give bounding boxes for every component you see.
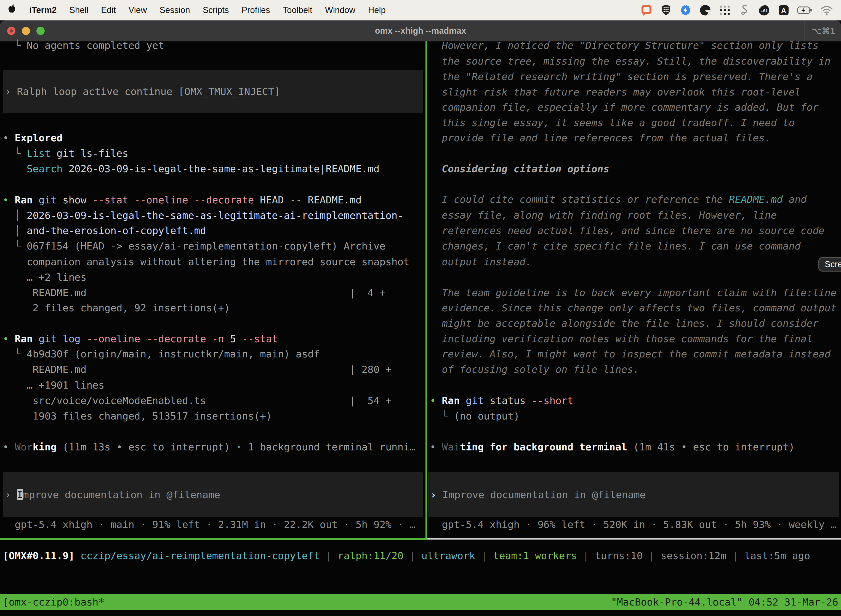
pane-divider-vertical[interactable] [425,41,427,538]
terminal-row-right: However, I noticed the "Directory Struct… [430,38,819,53]
terminal-row-left: README.md | 280 + [3,362,391,377]
terminal-row-right: output instead. [430,254,532,270]
menu-item-edit[interactable]: Edit [101,5,116,15]
gauge-61-icon[interactable]: ..61 [758,4,770,16]
tmux-session-label: [omx-cczip0:bash* [3,594,104,610]
terminal-row-right: Considering citation options [430,161,609,177]
menu-item-window[interactable]: Window [325,5,355,15]
terminal-row-right: review. Also, I might want to inspect th… [430,346,831,362]
terminal-row-right: • Waiting for background terminal (1m 41… [430,439,795,455]
menu-item-shell[interactable]: Shell [69,5,88,15]
terminal-row-left: src/voice/voiceModeEnabled.ts | 54 + [3,393,391,408]
terminal-row-left: • Ran git show --stat --oneline --decora… [3,192,362,208]
terminal-row-left: └ 067f154 (HEAD -> essay/ai-reimplementa… [3,238,385,254]
svg-text:..61: ..61 [761,8,768,13]
terminal-row-left: └ No agents completed yet [3,38,164,53]
menubar-status-icons: ..61A [640,4,833,16]
terminal-row-left: 2 files changed, 92 insertions(+) [3,300,230,316]
terminal-row-left: … +1901 lines [3,378,104,393]
history-box-left-text: › Ralph loop active continue [OMX_TMUX_I… [5,84,280,99]
shield-grid-icon[interactable] [660,4,672,16]
terminal-row-left: companion analysis without altering the … [3,254,409,270]
pane-border-bottom-left [0,538,427,540]
pane-border-bottom-right [427,538,841,540]
screen: { "colors": { "cyan": "#5FB9C5", "blue":… [0,0,841,616]
screen-recording-icon[interactable] [640,4,652,16]
terminal-row-right: this single essay, it seems like a good … [430,115,795,131]
terminal-row-right: changes, I can't cite specific file line… [430,238,801,254]
terminal-row-right: the source tree, missing the essay. Stil… [430,54,831,69]
terminal-row-right: gpt-5.4 xhigh · 96% left · 520K in · 5.8… [430,517,837,532]
terminal-row-right: evidence. Since this change only affects… [430,300,837,316]
zoom-button[interactable] [37,27,45,35]
menu-items: ShellEditViewSessionScriptsProfilesToolb… [69,5,385,15]
menu-item-view[interactable]: View [129,5,147,15]
terminal-window: omx --xhigh --madmax ⌥⌘1 [omx-cczip0:bas… [0,21,841,616]
terminal-row-left: 1903 files changed, 513517 insertions(+) [3,408,272,424]
menu-item-session[interactable]: Session [160,5,190,15]
menu-item-scripts[interactable]: Scripts [203,5,229,15]
terminal-row-left: └ List git ls-files [3,146,128,161]
terminal-row-left: Search 2026-03-09-is-legal-the-same-as-l… [3,161,379,177]
battery-charging-icon[interactable] [797,4,813,16]
lightning-badge-icon[interactable] [680,4,692,16]
terminal-row-left: • Explored [3,130,63,146]
terminal-row-left: │ and-the-erosion-of-copyleft.md [3,223,206,238]
tmux-host-clock: "MacBook-Pro-44.local" 04:52 31-Mar-26 [611,594,838,610]
terminal-row-left: └ 4b9d30f (origin/main, instructkr/main,… [3,346,320,362]
terminal-row-right: including verification notes with those … [430,331,813,347]
letter-a-app-icon[interactable]: A [778,4,790,16]
terminal-row-right: essay file, along with finding root file… [430,208,777,223]
terminal-row-right: The team guideline is to back every impo… [430,285,837,301]
terminal-row-left: • Ran git log --oneline --decorate -n 5 … [3,331,278,347]
omx-status-bar: [OMX#0.11.9] cczip/essay/ai-reimplementa… [3,548,810,563]
terminal-row-right: the "Related research writing" section i… [430,69,813,84]
terminal-row-right: slight risk that future readers may over… [430,84,801,100]
terminal-row-left: • Working (11m 13s • esc to interrupt) ·… [3,439,416,455]
tmux-status-bar: [omx-cczip0:bash* "MacBook-Pro-44.local"… [0,594,841,610]
terminal-row-left: gpt-5.4 xhigh · main · 91% left · 2.31M … [3,517,416,532]
app-menu-title[interactable]: iTerm2 [29,5,57,15]
terminal-row-right: might be acceptable alongside the file l… [430,316,819,331]
menu-bar: iTerm2 ShellEditViewSessionScriptsProfil… [0,0,841,21]
terminal-row-right: I could cite commit statistics or refere… [430,192,806,207]
terminal-row-right: companion file, especially if more comme… [430,100,819,115]
terminal-row-right: └ (no output) [430,408,520,424]
window-title: omx --xhigh --madmax [375,26,466,36]
terminal-content[interactable]: [omx-cczip0:bash* "MacBook-Pro-44.local"… [0,41,841,616]
pie-chart-icon[interactable] [699,4,711,16]
menu-item-toolbelt[interactable]: Toolbelt [283,5,312,15]
menu-item-profiles[interactable]: Profiles [242,5,270,15]
terminal-row-left: … +2 lines [3,270,86,285]
wifi-icon[interactable] [820,4,833,16]
terminal-row-left: │ 2026-03-09-is-legal-the-same-as-legiti… [3,208,403,223]
svg-text:A: A [781,7,786,14]
terminal-row-right: • Ran git status --short [430,393,573,408]
prompt-input-left-text: › Improve documentation in @filename [5,487,220,503]
close-button[interactable] [7,27,15,35]
hook-icon[interactable] [738,4,750,16]
menu-item-help[interactable]: Help [368,5,386,15]
terminal-row-left: README.md | 4 + [3,285,385,301]
grid-dots-icon[interactable] [719,4,731,16]
prompt-input-right-text: › Improve documentation in @filename [431,487,646,503]
screen-share-pill[interactable]: Scre [818,257,841,271]
minimize-button[interactable] [22,27,30,35]
terminal-row-right: of focusing solely on file lines. [430,362,639,377]
terminal-row-right: references need actual files, and since … [430,223,825,238]
apple-menu-icon[interactable] [8,4,16,16]
terminal-row-right: provide file and line references from th… [430,130,771,146]
screen-share-pill-label: Scre [825,257,841,272]
